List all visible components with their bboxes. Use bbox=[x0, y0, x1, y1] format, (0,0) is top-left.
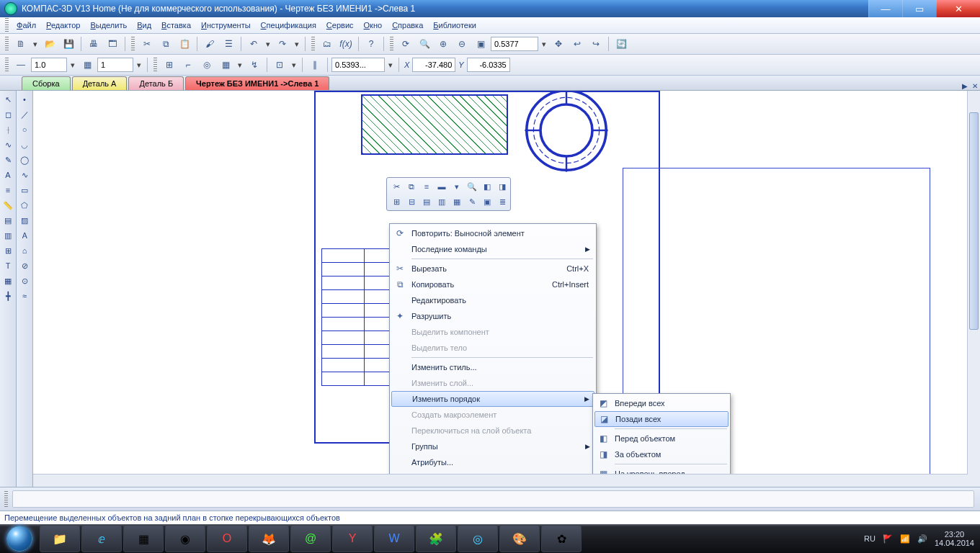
zoom-window-button[interactable]: 🔍 bbox=[416, 35, 433, 53]
task-app2[interactable]: 🧩 bbox=[416, 525, 456, 552]
task-opera[interactable]: O bbox=[207, 525, 247, 552]
param-button[interactable]: ∥ bbox=[306, 56, 324, 73]
mini-copy-icon[interactable]: ⧉ bbox=[404, 179, 419, 194]
zoom-field[interactable]: 0.5377 bbox=[491, 37, 538, 51]
snap-button[interactable]: ◎ bbox=[198, 56, 215, 73]
menu-файл[interactable]: Файл bbox=[12, 19, 40, 31]
mini-b9-icon[interactable]: ▣ bbox=[479, 194, 495, 209]
edit-tool[interactable]: ✎ bbox=[1, 153, 15, 167]
mini-b8-icon[interactable]: ✎ bbox=[464, 194, 480, 209]
mini-b5-icon[interactable]: ▤ bbox=[419, 194, 435, 209]
menu-редактор[interactable]: Редактор bbox=[42, 19, 84, 31]
arc-tool[interactable]: ◡ bbox=[17, 138, 32, 152]
menu-item[interactable]: ◩Впереди всех bbox=[594, 395, 729, 411]
grip[interactable] bbox=[311, 37, 315, 51]
format-painter-button[interactable]: 🖌 bbox=[201, 35, 218, 53]
redraw-button[interactable]: 🔄 bbox=[612, 35, 630, 53]
minimize-button[interactable]: — bbox=[868, 0, 902, 17]
insert-tool[interactable]: ⊞ bbox=[1, 243, 15, 258]
menu-item[interactable]: ✂ВырезатьCtrl+X bbox=[391, 261, 594, 276]
task-chrome[interactable]: ◉ bbox=[165, 525, 205, 552]
task-explorer[interactable]: 📁 bbox=[40, 525, 80, 552]
preview-button[interactable]: 🗔 bbox=[104, 35, 121, 53]
break-tool[interactable]: ≈ bbox=[17, 289, 32, 303]
task-firefox[interactable]: 🦊 bbox=[249, 525, 289, 552]
mini-b1-icon[interactable]: ◧ bbox=[479, 179, 495, 194]
hatch-tool[interactable]: ▨ bbox=[17, 213, 32, 228]
menu-item[interactable]: Редактировать bbox=[391, 292, 594, 308]
mini-style-icon[interactable]: ≡ bbox=[419, 179, 435, 194]
layer-field[interactable]: 1 bbox=[97, 58, 133, 72]
text-tool-2[interactable]: Ꭺ bbox=[17, 228, 32, 243]
select-tool[interactable]: ↖ bbox=[1, 92, 15, 107]
menu-вид[interactable]: Вид bbox=[133, 19, 156, 31]
print-button[interactable]: 🖶 bbox=[85, 35, 102, 53]
maximize-button[interactable]: ▭ bbox=[902, 0, 936, 17]
task-paint[interactable]: 🎨 bbox=[499, 525, 540, 552]
ortho-button[interactable]: ⌐ bbox=[179, 56, 197, 73]
tray-flag-icon[interactable]: 🚩 bbox=[883, 534, 893, 544]
copy-button[interactable]: ⧉ bbox=[157, 35, 174, 53]
menu-библиотеки[interactable]: Библиотеки bbox=[429, 19, 481, 31]
detail-tool[interactable]: ⊙ bbox=[17, 274, 32, 288]
task-mail[interactable]: @ bbox=[290, 525, 331, 552]
measure-tool[interactable]: 📏 bbox=[1, 198, 15, 212]
zoom-out-button[interactable]: ⊖ bbox=[453, 35, 471, 53]
zoom-prev-button[interactable]: ↩ bbox=[569, 35, 586, 53]
doc-tab[interactable]: Сборка bbox=[22, 76, 71, 90]
manager-button[interactable]: 🗂 bbox=[318, 35, 336, 53]
close-button[interactable]: ✕ bbox=[936, 0, 980, 17]
variables-button[interactable]: f(x) bbox=[337, 35, 355, 53]
param-tool[interactable]: ≡ bbox=[1, 183, 15, 197]
grip[interactable] bbox=[390, 37, 393, 51]
new-button[interactable]: 🗎 bbox=[12, 35, 30, 53]
text-tool[interactable]: A bbox=[1, 168, 15, 182]
tab-close[interactable]: ✕ bbox=[970, 82, 980, 90]
menu-item[interactable]: Атрибуты... bbox=[391, 454, 594, 470]
task-word[interactable]: W bbox=[374, 525, 414, 552]
properties-button[interactable]: ☰ bbox=[220, 35, 237, 53]
menu-окно[interactable]: Окно bbox=[360, 19, 387, 31]
start-button[interactable] bbox=[0, 524, 39, 553]
paste-button[interactable]: 📋 bbox=[176, 35, 193, 53]
mini-b7-icon[interactable]: ▦ bbox=[449, 194, 465, 209]
menu-item[interactable]: ✦Разрушить bbox=[391, 308, 594, 324]
doc-tab[interactable]: Деталь Б bbox=[128, 76, 184, 90]
grip[interactable] bbox=[153, 58, 157, 72]
task-kompas[interactable]: ◎ bbox=[458, 525, 498, 552]
mini-b2-icon[interactable]: ◨ bbox=[494, 179, 510, 194]
menu-item[interactable]: Группы▶ bbox=[391, 439, 594, 454]
menu-item[interactable]: ◪Позади всех bbox=[594, 411, 729, 427]
polygon-tool[interactable]: ⬠ bbox=[17, 198, 32, 212]
geometry-tool[interactable]: ◻ bbox=[1, 107, 15, 122]
mini-more-icon[interactable]: ▾ bbox=[449, 179, 465, 194]
menu-выделить[interactable]: Выделить bbox=[86, 19, 131, 31]
help-button[interactable]: ? bbox=[362, 35, 380, 53]
spline-tool[interactable]: ∿ bbox=[17, 168, 32, 182]
rect-tool[interactable]: ▭ bbox=[17, 183, 32, 197]
zoom-next-button[interactable]: ↪ bbox=[587, 35, 605, 53]
menu-item[interactable]: Изменить стиль... bbox=[391, 359, 594, 375]
menu-item[interactable]: ◧Перед объектом bbox=[594, 431, 729, 446]
menu-item[interactable]: ⧉КопироватьCtrl+Insert bbox=[391, 276, 594, 292]
tray-clock[interactable]: 23:20 14.04.2014 bbox=[935, 530, 974, 547]
ellipse-tool[interactable]: ◯ bbox=[17, 153, 32, 167]
canvas[interactable]: ✂ ⧉ ≡ ▬ ▾ 🔍 ◧ ◨ ⊞ ⊟ ▤ ▥ ▦ ✎ ▣ ≣ ⟳Повтори… bbox=[33, 91, 980, 487]
tab-scroll-right[interactable]: ▶ bbox=[960, 82, 970, 90]
mini-b4-icon[interactable]: ⊟ bbox=[404, 194, 419, 209]
grip[interactable] bbox=[4, 491, 8, 507]
menu-item[interactable]: Изменить порядок▶ bbox=[391, 391, 594, 407]
task-app1[interactable]: ▦ bbox=[123, 525, 164, 552]
menu-сервис[interactable]: Сервис bbox=[322, 19, 358, 31]
table-tool[interactable]: ▦ bbox=[1, 274, 15, 288]
x-field[interactable]: -37.480 bbox=[412, 58, 455, 72]
axis-tool[interactable]: ╋ bbox=[1, 289, 15, 303]
menu-вставка[interactable]: Вставка bbox=[157, 19, 195, 31]
text-letter-tool[interactable]: T bbox=[1, 258, 15, 273]
doc-tab[interactable]: Чертеж БЕЗ ИМЕНИ1 ->Слева 1 bbox=[185, 76, 329, 90]
linewidth-field[interactable]: 1.0 bbox=[31, 58, 67, 72]
mini-zoom-icon[interactable]: 🔍 bbox=[464, 179, 480, 194]
cut-button[interactable]: ✂ bbox=[138, 35, 156, 53]
snap-grid-button[interactable]: ⊞ bbox=[161, 56, 178, 73]
mini-cut-icon[interactable]: ✂ bbox=[388, 179, 404, 194]
